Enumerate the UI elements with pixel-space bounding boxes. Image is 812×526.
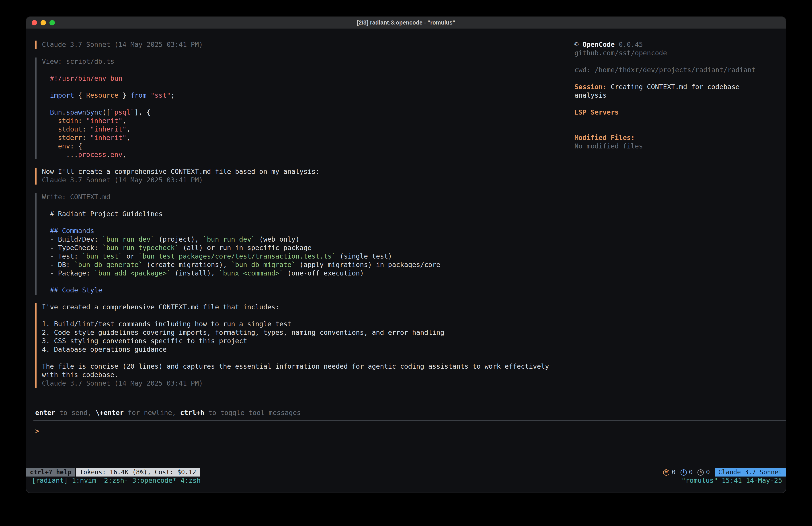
info-count: 0 bbox=[689, 468, 693, 477]
message-input[interactable]: > bbox=[26, 427, 786, 436]
terminal-line bbox=[575, 74, 777, 83]
terminal-line: env: { bbox=[42, 142, 575, 151]
info-indicator: i 0 bbox=[681, 468, 693, 477]
terminal-line: - Package: `bun add <package>` (install)… bbox=[42, 269, 575, 278]
terminal-line: - Test: `bun test` or `bun test packages… bbox=[42, 252, 575, 261]
terminal-line: © OpenCode 0.0.45 bbox=[575, 41, 777, 49]
terminal-line: #!/usr/bin/env bun bbox=[42, 74, 575, 83]
terminal-line bbox=[42, 83, 575, 91]
info-icon: i bbox=[681, 469, 687, 475]
terminal-line: View: script/db.ts bbox=[42, 57, 575, 66]
terminal-line: Claude 3.7 Sonnet (14 May 2025 03:41 PM) bbox=[42, 379, 575, 388]
terminal-line: Now I'll create a comprehensive CONTEXT.… bbox=[42, 168, 575, 176]
terminal-line: analysis bbox=[575, 91, 777, 100]
keybinding-help: enter to send, \+enter for newline, ctrl… bbox=[26, 409, 786, 417]
help-shortcut-chip: ctrl+? help bbox=[26, 468, 75, 477]
terminal-line: Write: CONTEXT.md bbox=[42, 193, 575, 201]
terminal-line: - Build/Dev: `bun run dev` (project), `b… bbox=[42, 236, 575, 244]
close-button[interactable] bbox=[32, 20, 37, 25]
terminal-line: - DB: `bun db generate` (create migratio… bbox=[42, 261, 575, 269]
terminal-line: with this codebase. bbox=[42, 371, 575, 379]
terminal-line: ...process.env, bbox=[42, 151, 575, 159]
terminal-line: Claude 3.7 Sonnet (14 May 2025 03:41 PM) bbox=[42, 176, 575, 185]
assistant-summary-block: I've created a comprehensive CONTEXT.md … bbox=[35, 303, 575, 388]
hints-indicator: h 0 bbox=[698, 468, 710, 477]
tool-view-block: View: script/db.ts #!/usr/bin/env bun im… bbox=[35, 57, 575, 159]
hint-count: 0 bbox=[706, 468, 710, 477]
tmux-window-list[interactable]: [radiant] 1:nvim 2:zsh- 3:opencode* 4:zs… bbox=[32, 477, 201, 485]
terminal-line bbox=[575, 117, 777, 125]
prompt-symbol: > bbox=[35, 427, 39, 435]
terminal-window: [2/3] radiant:3:opencode - "romulus" Cla… bbox=[26, 16, 786, 493]
terminal-line bbox=[42, 278, 575, 286]
tmux-status-bar: [radiant] 1:nvim 2:zsh- 3:opencode* 4:zs… bbox=[26, 477, 786, 485]
terminal-line: Bun.spawnSync([`psql`], { bbox=[42, 108, 575, 117]
tmux-session-info: "romulus" 15:41 14-May-25 bbox=[681, 477, 782, 485]
window-title: [2/3] radiant:3:opencode - "romulus" bbox=[357, 19, 455, 26]
chat-transcript: Claude 3.7 Sonnet (14 May 2025 03:41 PM)… bbox=[26, 29, 575, 409]
terminal-line: ## Commands bbox=[42, 227, 575, 236]
warnings-indicator: W 0 bbox=[663, 468, 676, 477]
traffic-lights bbox=[32, 17, 55, 29]
input-divider bbox=[33, 420, 786, 421]
terminal-line bbox=[42, 201, 575, 210]
desktop-background: [2/3] radiant:3:opencode - "romulus" Cla… bbox=[0, 0, 812, 526]
tokens-cost-chip: Tokens: 16.4K (8%), Cost: $0.12 bbox=[76, 468, 200, 477]
main-row: Claude 3.7 Sonnet (14 May 2025 03:41 PM)… bbox=[26, 29, 786, 409]
terminal-line: cwd: /home/thdxr/dev/projects/radiant/ra… bbox=[575, 66, 777, 74]
terminal-line: import { Resource } from "sst"; bbox=[42, 91, 575, 100]
terminal-line: 1. Build/lint/test commands including ho… bbox=[42, 320, 575, 328]
zoom-button[interactable] bbox=[49, 20, 55, 25]
terminal-line: Modified Files: bbox=[575, 134, 777, 142]
terminal-line: LSP Servers bbox=[575, 108, 777, 117]
terminal-line: # Radiant Project Guidelines bbox=[42, 210, 575, 218]
terminal-line bbox=[575, 125, 777, 134]
status-bar-spacer bbox=[200, 468, 663, 477]
terminal-line: ## Code Style bbox=[42, 286, 575, 295]
terminal-line: 4. Database operations guidance bbox=[42, 345, 575, 354]
terminal-line: stdin: "inherit", bbox=[42, 117, 575, 125]
minimize-button[interactable] bbox=[41, 20, 46, 25]
warning-count: 0 bbox=[672, 468, 676, 477]
opencode-tui: Claude 3.7 Sonnet (14 May 2025 03:41 PM)… bbox=[26, 29, 786, 493]
terminal-line bbox=[575, 57, 777, 66]
window-titlebar[interactable]: [2/3] radiant:3:opencode - "romulus" bbox=[26, 17, 786, 29]
model-chip: Claude 3.7 Sonnet bbox=[715, 468, 786, 477]
terminal-line bbox=[575, 100, 777, 108]
status-bar: ctrl+? help Tokens: 16.4K (8%), Cost: $0… bbox=[26, 468, 786, 477]
hint-icon: h bbox=[698, 469, 704, 475]
warning-icon: W bbox=[663, 469, 670, 475]
terminal-line bbox=[42, 100, 575, 108]
terminal-line: I've created a comprehensive CONTEXT.md … bbox=[42, 303, 575, 312]
terminal-line: stderr: "inherit", bbox=[42, 134, 575, 142]
terminal-line bbox=[42, 354, 575, 362]
terminal-line: - TypeCheck: `bun run typecheck` (all) o… bbox=[42, 244, 575, 252]
terminal-line: No modified files bbox=[575, 142, 777, 151]
terminal-line bbox=[42, 66, 575, 74]
input-section: enter to send, \+enter for newline, ctrl… bbox=[26, 409, 786, 468]
terminal-line: Claude 3.7 Sonnet (14 May 2025 03:41 PM) bbox=[42, 41, 575, 49]
terminal-line: The file is concise (20 lines) and captu… bbox=[42, 362, 575, 371]
terminal-line: Session: Creating CONTEXT.md for codebas… bbox=[575, 83, 777, 91]
assistant-message-block: Now I'll create a comprehensive CONTEXT.… bbox=[35, 168, 575, 185]
session-sidebar: © OpenCode 0.0.45github.com/sst/opencode… bbox=[575, 29, 786, 409]
terminal-line: 2. Code style guidelines covering import… bbox=[42, 328, 575, 337]
terminal-line bbox=[42, 218, 575, 227]
terminal-line: stdout: "inherit", bbox=[42, 125, 575, 134]
terminal-line: github.com/sst/opencode bbox=[575, 49, 777, 57]
tool-write-block: Write: CONTEXT.md # Radiant Project Guid… bbox=[35, 193, 575, 295]
terminal-line: 3. CSS styling conventions specific to t… bbox=[42, 337, 575, 345]
terminal-line bbox=[42, 312, 575, 320]
assistant-meta-block: Claude 3.7 Sonnet (14 May 2025 03:41 PM) bbox=[35, 41, 575, 49]
